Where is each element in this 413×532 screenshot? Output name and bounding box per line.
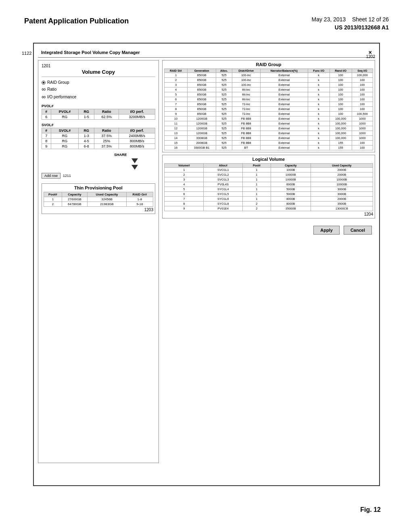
tp-r1-pool: 1 (44, 197, 62, 202)
rh-8: Seq I/O (352, 69, 373, 73)
lv-row-6: 6SYO1L51 5000B3000B (165, 192, 373, 197)
lv-row-8: 8SYO1L82 8000B3500B (165, 202, 373, 206)
raid-row-16: 163300GB B1525 BTExternal k155100 (165, 145, 373, 150)
raid-row-9: 9850GB525 72-lncExternal k100100,500 (165, 112, 373, 116)
raid-row-6: 6850GB525 IM-lncExternal k100100 (165, 97, 373, 102)
radio-group: RAID Group ∞ Ratio ∞ I/O performance (42, 80, 155, 100)
svol-r1-ratio: 37.5% (94, 133, 119, 139)
window-title: Integrated Storage Pool Volume Copy Mana… (41, 50, 140, 55)
col-io: I/O perf. (119, 109, 155, 114)
apply-button[interactable]: Apply (313, 226, 340, 235)
pvol-r1-rg: 1-5 (79, 114, 94, 120)
lv-col-alloc: Alloc# (204, 164, 243, 168)
svol-r3-rg: 6-8 (79, 144, 94, 149)
outer-box: Integrated Storage Pool Volume Copy Mana… (33, 43, 380, 486)
publication-title: Patent Application Publication (24, 16, 129, 26)
header-right: May 23, 2013 Sheet 12 of 26 US 2013/0132… (312, 16, 389, 31)
tp-row-2: 2 64780GB 21983GB 9-18 (44, 202, 153, 207)
radio-raid-label: RAID Group (47, 80, 69, 85)
l1204-text: 1204 (364, 212, 373, 216)
radio-ratio-label: Ratio (47, 87, 56, 91)
svol-r2-num: 8 (42, 139, 51, 144)
svol-r2-rg: 4-5 (79, 139, 94, 144)
label-1202: 1202 (366, 54, 375, 59)
col-rg: RG (79, 109, 94, 114)
tp-r2-raid: 9-18 (126, 202, 153, 207)
raid-table-wrapper: RAID St# Generation Alloc. Disk#/Drive N… (164, 69, 373, 150)
rh-2: Generation (187, 69, 216, 73)
thin-pool-table: Pool# Capacity Used Capacity RAID Gr# 1 … (44, 192, 153, 207)
svol-r2-io: 800MB/s (119, 139, 155, 144)
raid-row-15: 152008GB525 FB 8B8External k155100 (165, 141, 373, 145)
svol-r1-io: 2400MB/s (119, 133, 155, 139)
right-panel: RAID Group RAID St# Generation Alloc. Di… (162, 60, 375, 463)
svol-r3-ratio: 37.5% (94, 144, 119, 149)
tp-col-raid: RAID Gr# (126, 192, 153, 197)
share-section: SHARE (114, 152, 155, 170)
fig-text: Fig. 12 (360, 506, 381, 513)
sheet-info: Sheet 12 of 26 (352, 16, 389, 23)
logical-volume-section: Logical Volume Volume# Alloc# Pool# Capa… (162, 155, 375, 218)
scol-num: # (42, 128, 51, 133)
main-content: 1122 Integrated Storage Pool Volume Copy… (0, 39, 413, 502)
rh-3: Alloc. (216, 69, 232, 73)
share-label: SHARE (114, 153, 127, 157)
thin-pool-section: Thin Provisioning Pool Pool# Capacity Us… (42, 183, 155, 214)
tp-col-pool: Pool# (44, 192, 62, 197)
svol-row-3: 9 RG 6-8 37.5% 800MB/s (42, 144, 155, 149)
tp-col-used: Used Capacity (88, 192, 127, 197)
col-num: # (42, 109, 51, 114)
raid-row-1: 1850GB525 100-lncExternal k100100,000 (165, 73, 373, 78)
fig-label: Fig. 12 (0, 502, 413, 513)
raid-row-11: 111200GB525 FB 8B8External k100,0001000 (165, 121, 373, 126)
tp-r2-pool: 2 (44, 202, 62, 207)
svol-r3-num: 9 (42, 144, 51, 149)
svol-r2-ratio: 25% (94, 139, 119, 144)
lv-col-volnum: Volume# (165, 164, 204, 168)
lv-row-9: 9PV01E42 35000B13000CB (165, 206, 373, 211)
lv-title: Logical Volume (164, 157, 373, 162)
svol-r1-svol: RG (51, 133, 79, 139)
pvol-r1-num: 6 (42, 114, 51, 120)
pvol-r1-ratio: 62.5% (94, 114, 119, 120)
scol-io: I/O perf. (119, 128, 155, 133)
radio-io-label: I/O performance (47, 95, 76, 99)
svol-row-1: 7 RG 1-3 37.5% 2400MB/s (42, 133, 155, 139)
raid-row-13: 131200GB525 FB 8B8External k100,0001000 (165, 131, 373, 136)
col-pvol: PVOL# (51, 109, 79, 114)
patent-number: US 2013/0132668 A1 (335, 24, 389, 31)
rh-7: Rand I/O (330, 69, 352, 73)
lv-table: Volume# Alloc# Pool# Capacity Used Capac… (164, 163, 373, 211)
rh-4: Disk#/Drive (232, 69, 260, 73)
svol-r1-rg: 1-3 (79, 133, 94, 139)
radio-io-perf[interactable]: ∞ I/O performance (42, 94, 155, 100)
radio-ratio[interactable]: ∞ Ratio (42, 86, 155, 92)
tp-col-cap: Capacity (62, 192, 87, 197)
lv-row-7: 7SYO1L61 8000B2000B (165, 197, 373, 202)
cancel-button[interactable]: Cancel (344, 226, 372, 235)
raid-row-2: 2850GB525 100-lncExternal k100100 (165, 78, 373, 83)
add-row-button[interactable]: Add row (42, 173, 60, 179)
radio-io-icon: ∞ (42, 94, 46, 100)
content-area: 1201 Volume Copy RAID Group ∞ Ratio (38, 60, 375, 463)
pvol-section: PVOL# # PVOL# RG Ratio I/O perf. (42, 104, 155, 120)
radio-ratio-icon: ∞ (42, 86, 46, 92)
label-1201: 1201 (42, 64, 155, 68)
raid-row-10: 101200GB525 FB 8B8External k100,0001000 (165, 116, 373, 121)
thin-pool-title: Thin Provisioning Pool (44, 185, 153, 190)
radio-raid-group[interactable]: RAID Group (42, 80, 155, 85)
svol-r3-svol: RG (51, 144, 79, 149)
label-1203: 1203 (44, 208, 153, 212)
svol-table: # SVOL# RG Ratio I/O perf. 7 (42, 128, 155, 149)
pvol-r1-io: 3200MB/s (119, 114, 155, 120)
svol-label: SVOL# (42, 123, 155, 127)
lv-col-used: Used Capacity (311, 164, 373, 168)
lv-col-cap: Capacity (271, 164, 311, 168)
raid-row-12: 121200GB525 FB 8B8External k100,0001000 (165, 126, 373, 131)
tp-r1-raid: 1-8 (126, 197, 153, 202)
arrow-down-2 (131, 165, 138, 170)
pvol-row-1: 6 RG 1-5 62.5% 3200MB/s (42, 114, 155, 120)
raid-row-3: 3850GB525 100-lncExternal k100100 (165, 83, 373, 87)
scol-pvol: SVOL# (51, 128, 79, 133)
pvol-label: PVOL# (42, 104, 155, 108)
